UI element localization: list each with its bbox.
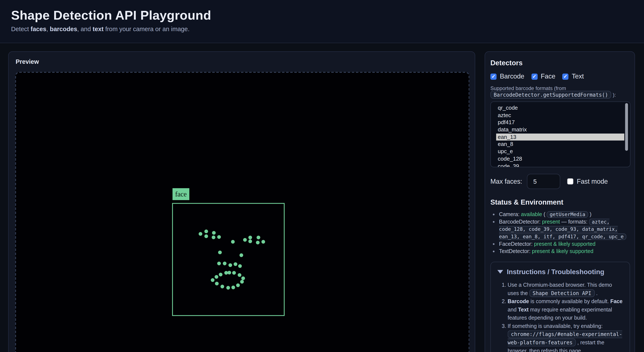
page-title: Shape Detection API Playground <box>11 9 644 23</box>
max-faces-row: Max faces: 5 Fast mode <box>490 174 629 189</box>
formats-note: Supported barcode formats (from BarcodeD… <box>490 85 629 98</box>
checkbox-label: Text <box>572 73 584 80</box>
checkbox-icon[interactable]: ✓ <box>531 73 538 80</box>
status-heading: Status & Environment <box>490 198 629 207</box>
disclosure-triangle-icon <box>497 270 503 273</box>
preview-canvas: face <box>15 72 469 352</box>
page-header: Shape Detection API Playground Detect fa… <box>0 0 644 43</box>
controls-card: Detectors ✓Barcode✓Face✓Text Supported b… <box>485 52 635 352</box>
max-faces-label: Max faces: <box>490 178 522 185</box>
format-options: qr_codeaztecpdf417data_matrixean_13ean_8… <box>491 104 630 167</box>
list-item: BarcodeDetector: present — formats: azte… <box>499 218 629 240</box>
format-option-pdf417[interactable]: pdf417 <box>496 119 624 126</box>
list-item: Barcode is commonly available by default… <box>508 297 623 322</box>
instructions-box: Instructions / Troubleshooting Use a Chr… <box>490 262 630 352</box>
code-chip: Shape Detection API <box>529 289 594 297</box>
listbox-scrollbar-thumb[interactable] <box>625 103 628 151</box>
face-landmarks <box>173 204 286 317</box>
instructions-summary-label: Instructions / Troubleshooting <box>507 268 604 276</box>
code-chip: chrome://flags/#enable-experimental-web-… <box>508 330 622 346</box>
format-option-qr_code[interactable]: qr_code <box>496 104 624 112</box>
list-item: Use a Chromium-based browser. This demo … <box>508 281 623 297</box>
format-option-aztec[interactable]: aztec <box>496 112 624 119</box>
list-item: FaceDetector: present & likely supported <box>499 240 629 248</box>
detector-checkbox-barcode[interactable]: ✓Barcode <box>490 73 524 80</box>
list-item: TextDetector: present & likely supported <box>499 248 629 255</box>
face-detection-box <box>172 203 285 316</box>
format-option-ean_13[interactable]: ean_13 <box>496 133 624 141</box>
format-option-code_128[interactable]: code_128 <box>496 155 624 163</box>
list-item: Camera: available ( getUserMedia ) <box>499 211 629 218</box>
face-detection-label: face <box>172 188 189 200</box>
instructions-summary[interactable]: Instructions / Troubleshooting <box>497 268 623 276</box>
checkbox-label: Barcode <box>500 73 524 80</box>
code-chip: aztec, code_128, code_39, code_93, data_… <box>499 219 626 240</box>
app-root: Shape Detection API Playground Detect fa… <box>0 0 644 352</box>
format-option-ean_8[interactable]: ean_8 <box>496 141 624 148</box>
code-chip: BarcodeDetector.getSupportedFormats() <box>490 91 611 99</box>
instructions-steps: Use a Chromium-based browser. This demo … <box>497 281 623 352</box>
detectors-heading: Detectors <box>490 59 629 67</box>
detector-checkbox-text[interactable]: ✓Text <box>562 73 584 80</box>
format-option-upc_e[interactable]: upc_e <box>496 148 624 155</box>
detector-checkbox-row: ✓Barcode✓Face✓Text <box>490 73 629 80</box>
preview-title: Preview <box>16 58 39 65</box>
format-option-code_39[interactable]: code_39 <box>496 163 624 167</box>
preview-card: Preview face <box>8 52 475 352</box>
page-subtitle: Detect faces, barcodes, and text from yo… <box>11 25 644 33</box>
list-item: If something is unavailable, try enablin… <box>508 322 623 352</box>
checkbox-label: Face <box>541 73 556 80</box>
checkbox-icon[interactable]: ✓ <box>490 73 497 80</box>
max-faces-input[interactable]: 5 <box>527 174 560 189</box>
fast-mode-item[interactable]: Fast mode <box>568 178 608 185</box>
code-chip: getUserMedia <box>547 211 588 218</box>
detector-checkbox-face[interactable]: ✓Face <box>531 73 555 80</box>
status-list: Camera: available ( getUserMedia )Barcod… <box>490 211 629 255</box>
barcode-formats-listbox[interactable]: qr_codeaztecpdf417data_matrixean_13ean_8… <box>490 102 630 167</box>
checkbox-icon[interactable]: ✓ <box>562 73 568 80</box>
fast-mode-label: Fast mode <box>577 178 608 185</box>
fast-mode-checkbox-icon[interactable] <box>568 178 574 185</box>
format-option-data_matrix[interactable]: data_matrix <box>496 126 624 133</box>
